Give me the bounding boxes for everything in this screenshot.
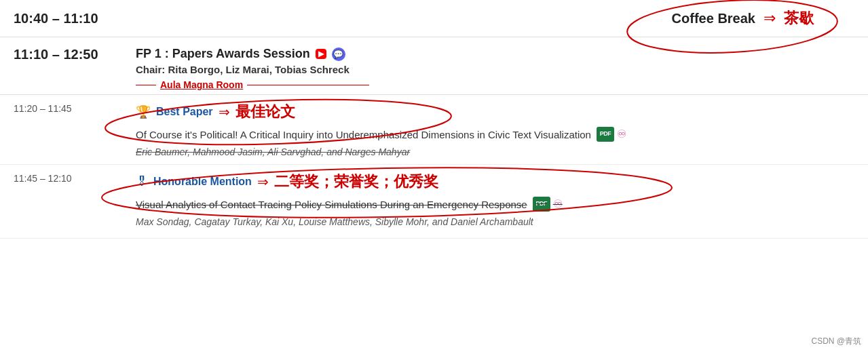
coffee-break-label: Coffee Break (672, 11, 755, 26)
pdf-icon-2[interactable]: PDF (533, 197, 550, 212)
pdf-icon-1[interactable]: PDF (597, 127, 614, 142)
honorable-arrow: ⇒ (257, 174, 269, 190)
medal-icon: 🎖 (136, 175, 148, 189)
paper-authors-2: Max Sondag, Cagatay Turkay, Kai Xu, Loui… (136, 216, 854, 227)
paper-title-text-1: Of Course it's Political! A Critical Inq… (136, 127, 591, 143)
session-title: FP 1 : Papers Awards Session ▶ 💬 (136, 47, 854, 61)
honorable-mention-label: Honorable Mention (153, 176, 252, 188)
honorable-chinese: 二等奖；荣誉奖；优秀奖 (274, 172, 438, 192)
page-wrapper: 10:40 – 11:10 Coffee Break ⇒ 茶歇 11:10 – … (0, 0, 868, 239)
paper-icons-1: PDF ♾ (597, 126, 626, 142)
trophy-icon: 🏆 (136, 104, 151, 119)
coffee-break-row: 10:40 – 11:10 Coffee Break ⇒ 茶歇 (0, 0, 868, 37)
paper-content-2: 🎖 Honorable Mention ⇒ 二等奖；荣誉奖；优秀奖 Visual… (136, 172, 854, 227)
paper-title-1: Of Course it's Political! A Critical Inq… (136, 126, 854, 142)
session-chair: Chair: Rita Borgo, Liz Marai, Tobias Sch… (136, 64, 854, 75)
paper-award-2: 🎖 Honorable Mention ⇒ 二等奖；荣誉奖；优秀奖 (136, 172, 854, 192)
paper-title-2: Visual Analytics of Contact Tracing Poli… (136, 196, 854, 212)
link-icon-1[interactable]: ♾ (617, 126, 626, 142)
coffee-break-time: 10:40 – 11:10 (14, 11, 136, 26)
paper-icons-2: PDF ♾ (533, 196, 563, 212)
coffee-break-content: Coffee Break ⇒ 茶歇 (136, 8, 854, 28)
discord-icon[interactable]: 💬 (332, 47, 345, 61)
session-row: 11:10 – 12:50 FP 1 : Papers Awards Sessi… (0, 37, 868, 95)
youtube-icon[interactable]: ▶ (316, 49, 326, 59)
session-title-text: FP 1 : Papers Awards Session (136, 47, 310, 61)
paper-row-best: 11:20 – 11:45 🏆 Best Paper ⇒ 最佳论文 Of Cou… (0, 95, 868, 165)
coffee-break-arrow: ⇒ (763, 9, 776, 27)
paper-time-2: 11:45 – 12:10 (14, 172, 136, 227)
link-icon-2[interactable]: ♾ (553, 196, 563, 212)
coffee-break-chinese: 茶歇 (784, 8, 814, 28)
coffee-break-text-group: Coffee Break ⇒ 茶歇 (672, 8, 814, 28)
room-line-right (247, 85, 369, 85)
best-paper-chinese: 最佳论文 (235, 102, 295, 122)
paper-award-1: 🏆 Best Paper ⇒ 最佳论文 (136, 102, 854, 122)
paper-row-honorable: 11:45 – 12:10 🎖 Honorable Mention ⇒ 二等奖；… (0, 165, 868, 239)
best-paper-label: Best Paper (156, 106, 213, 118)
paper-authors-1: Eric Baumer, Mahmood Jasim, Ali Sarvghad… (136, 146, 854, 157)
best-paper-arrow: ⇒ (219, 104, 230, 120)
room-row: Aula Magna Room (136, 79, 854, 90)
watermark: CSDN @青筑 (811, 336, 861, 347)
paper-content-1: 🏆 Best Paper ⇒ 最佳论文 Of Course it's Polit… (136, 102, 854, 157)
room-line-left (136, 85, 156, 85)
paper-title-text-2: Visual Analytics of Contact Tracing Poli… (136, 197, 527, 213)
room-label[interactable]: Aula Magna Room (160, 79, 243, 90)
session-content: FP 1 : Papers Awards Session ▶ 💬 Chair: … (136, 47, 854, 90)
session-time: 11:10 – 12:50 (14, 47, 136, 90)
paper-time-1: 11:20 – 11:45 (14, 102, 136, 157)
